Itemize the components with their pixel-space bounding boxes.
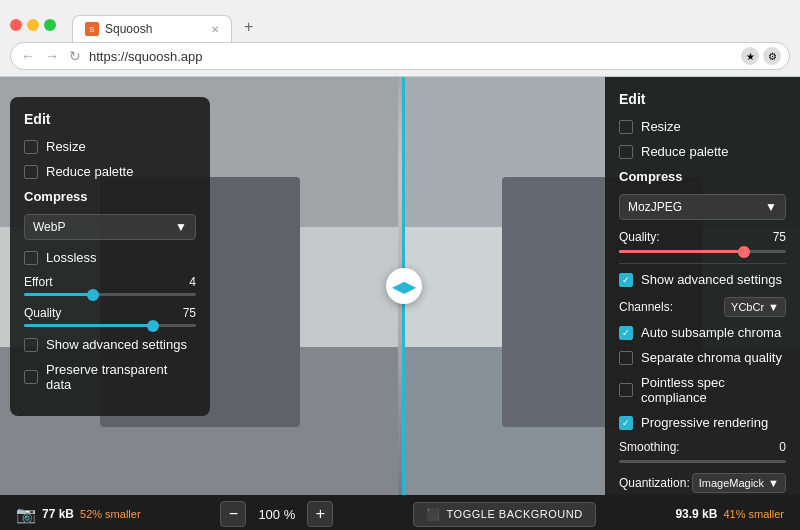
refresh-button[interactable]: ↻: [67, 48, 83, 64]
auto-subsample-row: Auto subsample chroma: [619, 325, 786, 340]
separate-chroma-label: Separate chroma quality: [641, 350, 782, 365]
resize-row: Resize: [24, 139, 196, 154]
rp-divider: [619, 263, 786, 264]
lossless-row: Lossless: [24, 250, 196, 265]
divider-handle[interactable]: ◀▶: [386, 268, 422, 304]
bottom-bar: 📷 77 kB 52% smaller − 100 % + ⬛ TOGGLE B…: [0, 495, 800, 530]
left-edit-panel: Edit Resize Reduce palette Compress WebP…: [10, 97, 210, 416]
rp-quality-track: [619, 250, 786, 253]
quality-slider-row: Quality 75: [24, 306, 196, 327]
rp-show-advanced-checkbox[interactable]: [619, 273, 633, 287]
channels-row: Channels: YCbCr ▼: [619, 297, 786, 317]
toggle-background-button[interactable]: ⬛ TOGGLE BACKGROUND: [413, 502, 596, 527]
forward-nav-button[interactable]: →: [43, 48, 61, 64]
quality-value: 75: [183, 306, 196, 320]
rp-resize-row: Resize: [619, 119, 786, 134]
image-divider: ◀▶: [402, 77, 405, 495]
effort-label: Effort: [24, 275, 52, 289]
rp-reduce-palette-checkbox[interactable]: [619, 145, 633, 159]
right-file-info: 93.9 kB 41% smaller: [675, 507, 784, 521]
left-file-size: 77 kB: [42, 507, 74, 521]
smoothing-value: 0: [779, 440, 786, 454]
title-bar: S Squoosh ✕ +: [0, 0, 800, 42]
preserve-transparent-row: Preserve transparent data: [24, 362, 196, 392]
zoom-in-button[interactable]: +: [307, 501, 333, 527]
auto-subsample-checkbox[interactable]: [619, 326, 633, 340]
rp-quality-row: Quality: 75: [619, 230, 786, 244]
resize-label: Resize: [46, 139, 86, 154]
address-bar: ← → ↻ https://squoosh.app ★ ⚙: [10, 42, 790, 70]
browser-chrome: S Squoosh ✕ + ← → ↻ https://squoosh.app …: [0, 0, 800, 77]
channels-label: Channels:: [619, 300, 673, 314]
channels-arrow: ▼: [768, 301, 779, 313]
maximize-button[interactable]: [44, 19, 56, 31]
channels-select[interactable]: YCbCr ▼: [724, 297, 786, 317]
new-tab-button[interactable]: +: [232, 12, 265, 42]
divider-handle-icon: ◀▶: [392, 277, 416, 296]
resize-checkbox[interactable]: [24, 140, 38, 154]
rp-format-select[interactable]: MozJPEG ▼: [619, 194, 786, 220]
rp-reduce-palette-row: Reduce palette: [619, 144, 786, 159]
quantization-select[interactable]: ImageMagick ▼: [692, 473, 786, 493]
tab-label: Squoosh: [105, 22, 205, 36]
format-select[interactable]: WebP ▼: [24, 214, 196, 240]
minimize-button[interactable]: [27, 19, 39, 31]
auto-subsample-label: Auto subsample chroma: [641, 325, 781, 340]
smoothing-row: Smoothing: 0: [619, 440, 786, 454]
right-panel-title: Edit: [619, 91, 786, 107]
left-panel-title: Edit: [24, 111, 196, 127]
effort-slider-row: Effort 4: [24, 275, 196, 296]
rp-format-value: MozJPEG: [628, 200, 682, 214]
quantization-value: ImageMagick: [699, 477, 764, 489]
active-tab[interactable]: S Squoosh ✕: [72, 15, 232, 42]
rp-resize-checkbox[interactable]: [619, 120, 633, 134]
close-button[interactable]: [10, 19, 22, 31]
rp-format-arrow: ▼: [765, 200, 777, 214]
separate-chroma-checkbox[interactable]: [619, 351, 633, 365]
quality-thumb[interactable]: [147, 320, 159, 332]
progressive-label: Progressive rendering: [641, 415, 768, 430]
rp-quality-label: Quality:: [619, 230, 660, 244]
quant-arrow: ▼: [768, 477, 779, 489]
browser-toolbar: ★ ⚙: [741, 47, 781, 65]
rp-quality-thumb[interactable]: [738, 246, 750, 258]
bookmark-icon[interactable]: ★: [741, 47, 759, 65]
separate-chroma-row: Separate chroma quality: [619, 350, 786, 365]
tab-close-icon[interactable]: ✕: [211, 24, 219, 35]
url-display[interactable]: https://squoosh.app: [89, 49, 735, 64]
toggle-bg-label: TOGGLE BACKGROUND: [447, 508, 583, 520]
pointless-spec-label: Pointless spec compliance: [641, 375, 786, 405]
effort-value: 4: [189, 275, 196, 289]
format-arrow: ▼: [175, 220, 187, 234]
preserve-transparent-checkbox[interactable]: [24, 370, 38, 384]
app: ◀▶ Edit Resize Reduce palette Compress W…: [0, 77, 800, 530]
effort-thumb[interactable]: [87, 289, 99, 301]
quality-track: [24, 324, 196, 327]
smoothing-label: Smoothing:: [619, 440, 680, 454]
zoom-out-button[interactable]: −: [220, 501, 246, 527]
quantization-label: Quantization:: [619, 476, 690, 490]
rp-show-advanced-label: Show advanced settings: [641, 272, 782, 287]
reduce-palette-checkbox[interactable]: [24, 165, 38, 179]
show-advanced-label: Show advanced settings: [46, 337, 187, 352]
pointless-spec-checkbox[interactable]: [619, 383, 633, 397]
rp-show-advanced-row: Show advanced settings: [619, 272, 786, 287]
lossless-label: Lossless: [46, 250, 97, 265]
back-nav-button[interactable]: ←: [19, 48, 37, 64]
compress-title: Compress: [24, 189, 196, 204]
right-savings: 41% smaller: [723, 508, 784, 520]
preserve-transparent-label: Preserve transparent data: [46, 362, 196, 392]
effort-fill: [24, 293, 93, 296]
channels-value: YCbCr: [731, 301, 764, 313]
quality-fill: [24, 324, 153, 327]
show-advanced-checkbox[interactable]: [24, 338, 38, 352]
canvas-area: ◀▶ Edit Resize Reduce palette Compress W…: [0, 77, 800, 495]
right-file-size: 93.9 kB: [675, 507, 717, 521]
extension-icon[interactable]: ⚙: [763, 47, 781, 65]
rp-quality-value: 75: [773, 230, 786, 244]
lossless-checkbox[interactable]: [24, 251, 38, 265]
camera-icon: 📷: [16, 505, 36, 524]
progressive-checkbox[interactable]: [619, 416, 633, 430]
rp-resize-label: Resize: [641, 119, 681, 134]
traffic-lights: [10, 19, 56, 31]
